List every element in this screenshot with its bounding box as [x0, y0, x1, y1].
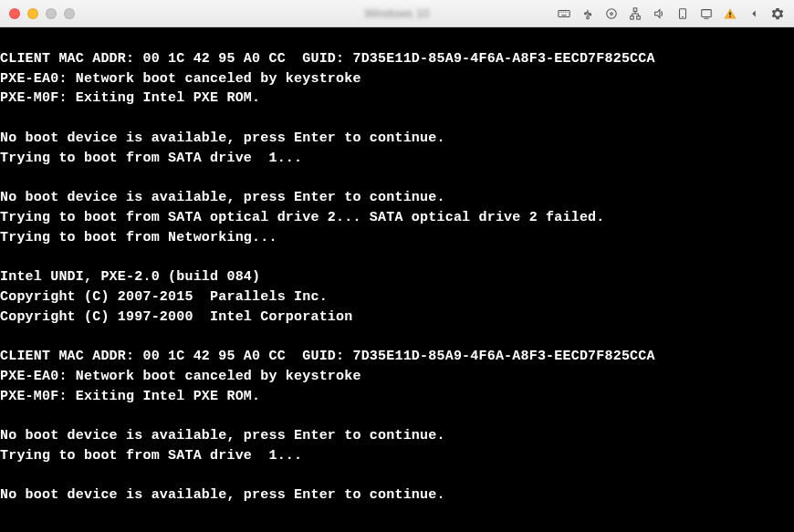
svg-rect-17: [637, 16, 641, 19]
network-icon[interactable]: [628, 6, 643, 21]
terminal-line: Copyright (C) 1997-2000 Intel Corporatio…: [0, 308, 794, 328]
terminal-line: [0, 29, 794, 49]
terminal-line: Trying to boot from SATA drive 1...: [0, 446, 794, 466]
terminal-line: No boot device is available, press Enter…: [0, 188, 794, 208]
caret-left-icon[interactable]: [747, 6, 761, 21]
window-title: Windows 10: [365, 6, 430, 20]
terminal-line: Trying to boot from SATA drive 1...: [0, 149, 794, 169]
terminal-line: [0, 109, 794, 129]
titlebar: Windows 10: [0, 0, 794, 27]
terminal-line: PXE-EA0: Network boot canceled by keystr…: [0, 69, 794, 89]
display-icon[interactable]: [699, 6, 714, 21]
usb-icon[interactable]: [580, 6, 595, 21]
terminal-line: [0, 247, 794, 267]
terminal-output[interactable]: CLIENT MAC ADDR: 00 1C 42 95 A0 CC GUID:…: [0, 27, 794, 532]
svg-rect-24: [702, 9, 712, 16]
keyboard-icon[interactable]: [557, 6, 571, 21]
minimize-button[interactable]: [27, 8, 38, 19]
svg-point-27: [729, 16, 730, 16]
vm-menu-icons: [557, 6, 785, 21]
terminal-line: [0, 406, 794, 426]
terminal-line: Intel UNDI, PXE-2.0 (build 084): [0, 267, 794, 287]
tablet-icon[interactable]: [675, 6, 690, 21]
sound-icon[interactable]: [652, 6, 666, 21]
terminal-line: PXE-EA0: Network boot canceled by keystr…: [0, 367, 794, 387]
maximize-button[interactable]: [46, 8, 57, 19]
terminal-line: PXE-M0F: Exiting Intel PXE ROM.: [0, 89, 794, 109]
window-controls: [9, 8, 75, 19]
terminal-line: CLIENT MAC ADDR: 00 1C 42 95 A0 CC GUID:…: [0, 347, 794, 367]
gear-icon[interactable]: [770, 6, 785, 21]
terminal-line: CLIENT MAC ADDR: 00 1C 42 95 A0 CC GUID:…: [0, 49, 794, 69]
svg-rect-0: [559, 10, 569, 16]
terminal-line: PXE-M0F: Exiting Intel PXE ROM.: [0, 387, 794, 407]
svg-rect-16: [631, 16, 634, 19]
close-button[interactable]: [9, 8, 20, 19]
terminal-line: No boot device is available, press Enter…: [0, 129, 794, 149]
svg-point-7: [587, 16, 590, 19]
svg-point-14: [611, 12, 613, 15]
terminal-line: [0, 327, 794, 347]
disc-icon[interactable]: [604, 6, 619, 21]
svg-point-13: [607, 8, 617, 18]
svg-rect-15: [633, 7, 637, 11]
terminal-line: [0, 466, 794, 486]
terminal-line: Trying to boot from Networking...: [0, 228, 794, 248]
terminal-line: No boot device is available, press Enter…: [0, 426, 794, 446]
terminal-line: [0, 168, 794, 188]
terminal-line: Copyright (C) 2007-2015 Parallels Inc.: [0, 287, 794, 308]
terminal-line: No boot device is available, press Enter…: [0, 485, 794, 506]
fullscreen-button[interactable]: [64, 8, 75, 19]
terminal-line: Trying to boot from SATA optical drive 2…: [0, 208, 794, 228]
warning-icon[interactable]: [723, 6, 737, 21]
